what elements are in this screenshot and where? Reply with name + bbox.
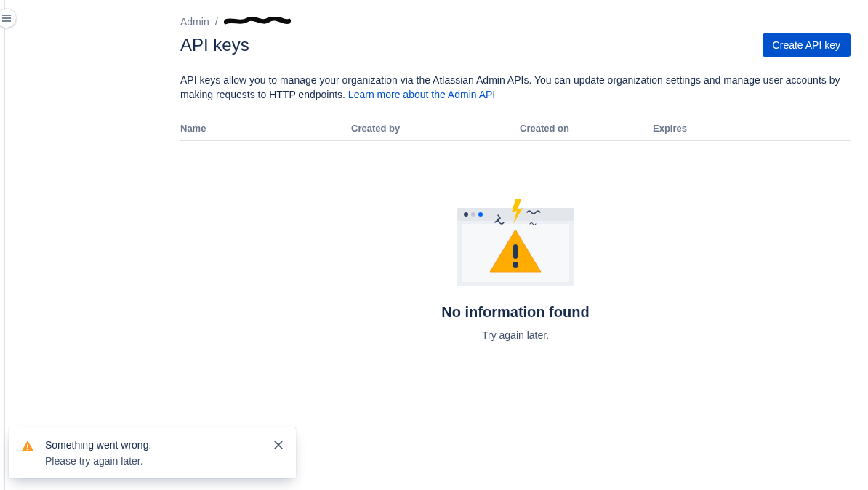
column-header-expires[interactable]: Expires bbox=[653, 123, 851, 134]
svg-rect-11 bbox=[27, 444, 28, 448]
hamburger-icon bbox=[2, 15, 11, 22]
svg-point-10 bbox=[513, 262, 518, 268]
svg-point-6 bbox=[471, 212, 475, 217]
description-text: API keys allow you to manage your organi… bbox=[180, 74, 840, 100]
column-header-name[interactable]: Name bbox=[180, 123, 351, 134]
toast-description: Please try again later. bbox=[45, 455, 262, 467]
page-description: API keys allow you to manage your organi… bbox=[180, 73, 849, 103]
create-api-key-button[interactable]: Create API key bbox=[763, 33, 851, 57]
left-rail bbox=[4, 0, 5, 490]
breadcrumb-current-redacted bbox=[224, 17, 291, 27]
learn-more-link[interactable]: Learn more about the Admin API bbox=[348, 89, 495, 100]
svg-point-7 bbox=[478, 212, 483, 217]
breadcrumb-root-link[interactable]: Admin bbox=[180, 16, 209, 28]
toast-title: Something went wrong. bbox=[45, 439, 262, 451]
breadcrumb: Admin / bbox=[180, 16, 851, 28]
breadcrumb-separator: / bbox=[215, 16, 218, 28]
empty-state: No information found Try again later. bbox=[180, 199, 851, 341]
svg-rect-9 bbox=[513, 244, 518, 259]
svg-point-5 bbox=[464, 212, 468, 217]
column-header-created-by[interactable]: Created by bbox=[351, 123, 520, 134]
column-header-created-on[interactable]: Created on bbox=[520, 123, 653, 134]
sidebar-toggle-button[interactable] bbox=[0, 9, 16, 28]
toast-close-button[interactable] bbox=[273, 439, 284, 451]
page-title: API keys bbox=[180, 35, 249, 55]
header-row: API keys Create API key bbox=[180, 33, 851, 57]
error-toast: Something went wrong. Please try again l… bbox=[9, 427, 296, 478]
warning-icon bbox=[20, 439, 35, 456]
close-icon bbox=[274, 441, 283, 449]
empty-state-title: No information found bbox=[441, 304, 589, 321]
svg-point-12 bbox=[27, 449, 28, 450]
table-header-row: Name Created by Created on Expires bbox=[180, 123, 851, 141]
error-illustration bbox=[457, 199, 574, 286]
empty-state-subtitle: Try again later. bbox=[482, 329, 549, 341]
main-content: Admin / API keys Create API key API keys… bbox=[180, 16, 851, 341]
toast-body: Something went wrong. Please try again l… bbox=[45, 439, 262, 467]
